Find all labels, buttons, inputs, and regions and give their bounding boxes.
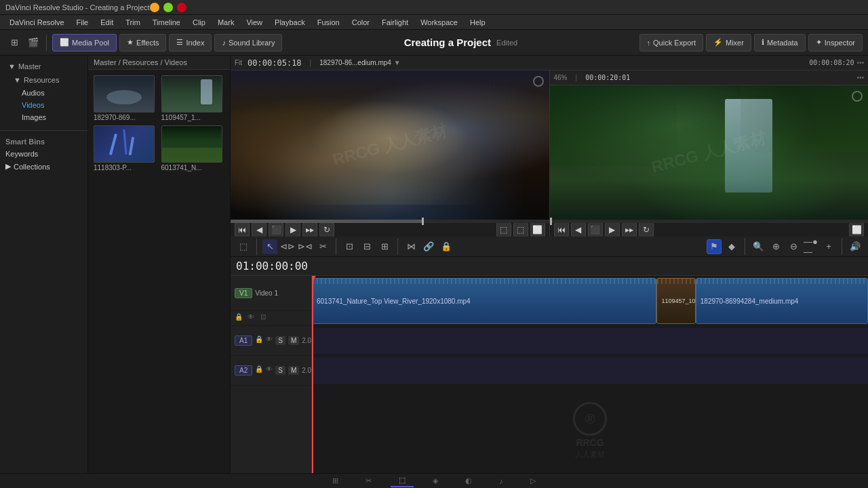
menu-color[interactable]: Color <box>347 17 375 28</box>
sidebar-item-images[interactable]: Images <box>3 111 85 123</box>
tab-color[interactable]: ◐ <box>457 475 480 487</box>
menu-help[interactable]: Help <box>465 17 491 28</box>
a1-lock-btn[interactable]: 🔒 <box>255 336 263 346</box>
workspace-layout-btn[interactable]: ⊞ <box>5 34 23 52</box>
menu-timeline[interactable]: Timeline <box>147 17 186 28</box>
source-mark-in[interactable]: ⬚ <box>496 222 511 237</box>
media-pool-btn[interactable]: 🎬 <box>24 34 42 52</box>
zoom-plus-btn[interactable]: + <box>821 239 836 254</box>
program-next-frame-btn[interactable]: ▶▶ <box>622 222 637 237</box>
metadata-btn[interactable]: ℹ Metadata <box>754 34 806 52</box>
program-loop-btn[interactable]: ↻ <box>639 222 654 237</box>
timeline-mode-btn[interactable]: ⬚ <box>236 239 251 254</box>
program-fullscreen-btn[interactable]: ⬜ <box>849 222 864 237</box>
master-group[interactable]: ▼ Master <box>3 60 85 73</box>
menu-view[interactable]: View <box>241 17 268 28</box>
a2-m-btn[interactable]: M <box>288 366 299 375</box>
program-skip-start-btn[interactable]: ⏮ <box>554 222 569 237</box>
menu-playback[interactable]: Playback <box>269 17 311 28</box>
media-thumb-2[interactable]: 1109457_1... <box>161 75 225 121</box>
blade-tool-btn[interactable]: ✂ <box>315 239 330 254</box>
a1-eye-btn[interactable]: 👁 <box>266 336 273 346</box>
select-tool-btn[interactable]: ↖ <box>262 239 277 254</box>
zoom-in-btn[interactable]: ⊕ <box>768 239 783 254</box>
sidebar-item-audios[interactable]: Audios <box>3 87 85 99</box>
program-scrubber[interactable] <box>550 220 869 223</box>
program-stop-btn[interactable]: ⬛ <box>588 222 603 237</box>
a2-label-btn[interactable]: A2 <box>235 365 252 375</box>
source-mark-out[interactable]: ⬚ <box>513 222 528 237</box>
media-thumb-1[interactable]: 182970-869... <box>94 75 157 121</box>
zoom-slider[interactable]: —●— <box>804 239 818 254</box>
v1-label-btn[interactable]: V1 <box>235 288 252 298</box>
trim-tool-btn[interactable]: ⊲⊳ <box>280 239 295 254</box>
v1-lock-btn[interactable]: 🔒 <box>235 313 245 324</box>
volume-btn[interactable]: 🔊 <box>848 239 863 254</box>
source-stop-btn[interactable]: ⬛ <box>269 222 283 237</box>
source-more-btn[interactable]: ••• <box>856 59 864 66</box>
tab-fairlight[interactable]: ♪ <box>491 476 511 487</box>
tab-edit[interactable]: ⬚ <box>391 474 414 487</box>
insert-btn[interactable]: ⊡ <box>342 239 357 254</box>
source-play-btn[interactable]: ▶ <box>285 222 300 237</box>
source-loop-btn[interactable]: ↻ <box>319 222 334 237</box>
sound-library-btn[interactable]: ♪ Sound Library <box>214 34 282 52</box>
index-btn[interactable]: ☰ Index <box>169 34 212 52</box>
link-btn[interactable]: 🔗 <box>421 239 436 254</box>
dynamic-trim-btn[interactable]: ⊳⊲ <box>298 239 313 254</box>
menu-fusion[interactable]: Fusion <box>312 17 345 28</box>
source-skip-start-btn[interactable]: ⏮ <box>235 222 250 237</box>
program-play-btn[interactable]: ▶ <box>605 222 620 237</box>
overwrite-btn[interactable]: ⊟ <box>359 239 374 254</box>
source-prev-frame-btn[interactable]: ◀ <box>252 222 267 237</box>
tab-fusion[interactable]: ◈ <box>425 475 446 487</box>
menu-mark[interactable]: Mark <box>212 17 239 28</box>
a1-s-btn[interactable]: S <box>275 336 285 345</box>
program-prev-frame-btn[interactable]: ◀ <box>571 222 586 237</box>
media-thumb-3[interactable]: 1118303-P... <box>94 125 157 171</box>
a1-m-btn[interactable]: M <box>288 336 299 345</box>
resources-group[interactable]: ▼ Resources <box>3 73 85 87</box>
a2-lock-btn[interactable]: 🔒 <box>255 365 263 376</box>
quick-export-btn[interactable]: ↑ Quick Export <box>639 34 703 52</box>
minimize-btn[interactable] <box>150 3 159 12</box>
menu-clip[interactable]: Clip <box>187 17 211 28</box>
tab-deliver[interactable]: ▷ <box>522 475 544 487</box>
flag-btn[interactable]: ⚑ <box>707 239 722 254</box>
maximize-btn[interactable] <box>163 3 173 12</box>
sidebar-item-keywords[interactable]: Keywords <box>0 148 87 160</box>
source-scrub-handle[interactable] <box>422 218 424 225</box>
menu-davinci[interactable]: DaVinci Resolve <box>4 17 70 28</box>
v1-link-btn[interactable]: ⊡ <box>260 313 271 324</box>
clip-right[interactable]: 182970-86994284_medium.mp4 <box>696 278 868 324</box>
zoom-area-btn[interactable]: 🔍 <box>751 239 766 254</box>
marker-btn[interactable]: ◆ <box>724 239 739 254</box>
inspector-btn[interactable]: ✦ Inspector <box>808 34 863 52</box>
tab-media[interactable]: ⊞ <box>324 475 347 487</box>
close-btn[interactable] <box>177 3 186 12</box>
clip-middle[interactable]: 1109457_100... <box>656 278 695 324</box>
clip-river[interactable]: 6013741_Nature_Top View_River_1920x1080.… <box>312 278 656 324</box>
source-fullscreen-btn[interactable]: ⬜ <box>530 222 545 237</box>
a1-label-btn[interactable]: A1 <box>235 336 252 346</box>
lock-btn[interactable]: 🔒 <box>439 239 454 254</box>
program-more-btn[interactable]: ••• <box>856 74 864 81</box>
snap-btn[interactable]: ⋈ <box>403 239 418 254</box>
sidebar-item-videos[interactable]: Videos <box>3 99 85 111</box>
menu-file[interactable]: File <box>71 17 94 28</box>
menu-edit[interactable]: Edit <box>95 17 119 28</box>
menu-trim[interactable]: Trim <box>120 17 146 28</box>
media-thumb-4[interactable]: 6013741_N... <box>161 125 225 171</box>
source-scrubber[interactable] <box>231 220 549 223</box>
program-scrub-handle[interactable] <box>550 218 552 225</box>
v1-eye-btn[interactable]: 👁 <box>248 313 258 324</box>
mixer-btn[interactable]: ⚡ Mixer <box>706 34 751 52</box>
source-next-frame-btn[interactable]: ▶▶ <box>302 222 317 237</box>
a2-eye-btn[interactable]: 👁 <box>266 365 273 376</box>
media-pool-panel-btn[interactable]: ⬜ Media Pool <box>52 34 117 52</box>
sidebar-item-collections[interactable]: ▶ Collections <box>0 160 87 173</box>
menu-workspace[interactable]: Workspace <box>415 17 463 28</box>
tab-cut[interactable]: ✂ <box>357 475 380 487</box>
menu-fairlight[interactable]: Fairlight <box>376 17 414 28</box>
dropdown-icon[interactable]: ▼ <box>394 59 401 66</box>
